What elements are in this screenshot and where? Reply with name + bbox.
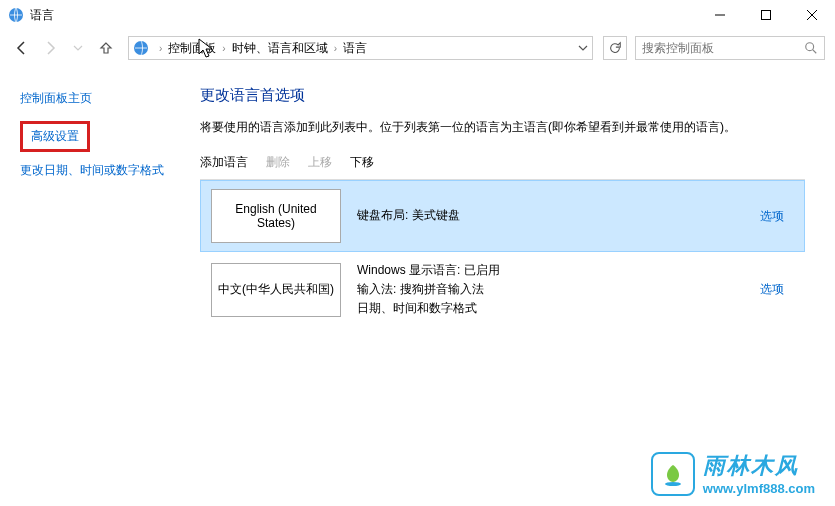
language-row[interactable]: English (United States)键盘布局: 美式键盘选项 — [200, 180, 805, 252]
language-path-icon — [133, 40, 149, 56]
svg-rect-2 — [762, 11, 771, 20]
language-row[interactable]: 中文(中华人民共和国)Windows 显示语言: 已启用输入法: 搜狗拼音输入法… — [200, 252, 805, 328]
window-controls — [697, 0, 835, 30]
breadcrumb-item[interactable]: 控制面板 — [168, 40, 216, 57]
svg-line-7 — [813, 50, 817, 54]
close-button[interactable] — [789, 0, 835, 30]
chevron-right-icon: › — [334, 43, 337, 54]
language-info: Windows 显示语言: 已启用输入法: 搜狗拼音输入法日期、时间和数字格式 — [357, 261, 760, 319]
main-panel: 更改语言首选项 将要使用的语言添加到此列表中。位于列表第一位的语言为主语言(即你… — [190, 80, 835, 328]
refresh-button[interactable] — [603, 36, 627, 60]
minimize-button[interactable] — [697, 0, 743, 30]
highlight-annotation: 高级设置 — [20, 121, 90, 152]
navbar: › 控制面板 › 时钟、语言和区域 › 语言 — [0, 30, 835, 66]
maximize-button[interactable] — [743, 0, 789, 30]
toolbar-add-language[interactable]: 添加语言 — [200, 154, 248, 171]
sidebar-link-datefmt[interactable]: 更改日期、时间或数字格式 — [20, 162, 170, 179]
language-options-link[interactable]: 选项 — [760, 208, 784, 225]
watermark-title: 雨林木风 — [703, 451, 815, 481]
language-name-box: 中文(中华人民共和国) — [211, 263, 341, 317]
watermark: 雨林木风 www.ylmf888.com — [651, 451, 815, 496]
search-input[interactable] — [642, 41, 804, 55]
language-options-link[interactable]: 选项 — [760, 281, 784, 298]
toolbar: 添加语言 删除 上移 下移 — [200, 154, 805, 171]
search-icon[interactable] — [804, 41, 818, 55]
breadcrumb[interactable]: › 控制面板 › 时钟、语言和区域 › 语言 — [128, 36, 593, 60]
search-box[interactable] — [635, 36, 825, 60]
sidebar-link-home[interactable]: 控制面板主页 — [20, 90, 170, 107]
svg-point-6 — [806, 43, 814, 51]
toolbar-move-up[interactable]: 上移 — [308, 154, 332, 171]
sidebar-link-advanced[interactable]: 高级设置 — [31, 128, 79, 145]
chevron-right-icon: › — [159, 43, 162, 54]
watermark-url: www.ylmf888.com — [703, 481, 815, 496]
chevron-right-icon: › — [222, 43, 225, 54]
chevron-down-icon[interactable] — [578, 43, 588, 53]
recent-dropdown[interactable] — [66, 36, 90, 60]
language-name-box: English (United States) — [211, 189, 341, 243]
watermark-logo-icon — [651, 452, 695, 496]
language-list: English (United States)键盘布局: 美式键盘选项中文(中华… — [200, 179, 805, 328]
svg-point-8 — [665, 482, 681, 486]
toolbar-remove[interactable]: 删除 — [266, 154, 290, 171]
breadcrumb-item[interactable]: 语言 — [343, 40, 367, 57]
up-button[interactable] — [94, 36, 118, 60]
page-description: 将要使用的语言添加到此列表中。位于列表第一位的语言为主语言(即你希望看到并最常使… — [200, 119, 805, 136]
forward-button[interactable] — [38, 36, 62, 60]
language-app-icon — [8, 7, 24, 23]
toolbar-move-down[interactable]: 下移 — [350, 154, 374, 171]
back-button[interactable] — [10, 36, 34, 60]
sidebar: 控制面板主页 高级设置 更改日期、时间或数字格式 — [0, 80, 190, 328]
window-title: 语言 — [30, 7, 54, 24]
language-info: 键盘布局: 美式键盘 — [357, 206, 760, 225]
breadcrumb-item[interactable]: 时钟、语言和区域 — [232, 40, 328, 57]
page-heading: 更改语言首选项 — [200, 86, 805, 105]
